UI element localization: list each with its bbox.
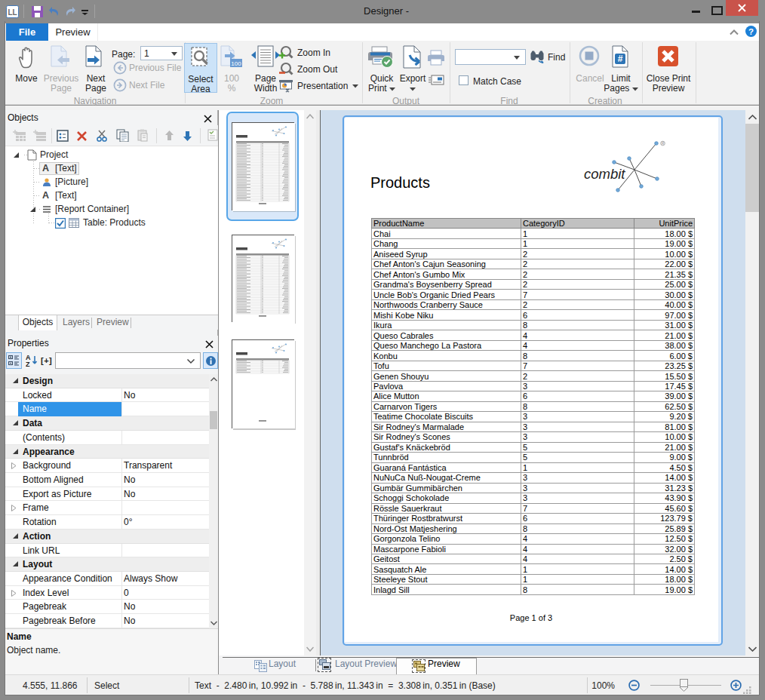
svg-text:combit: combit [584, 166, 625, 182]
svg-text:100: 100 [231, 60, 241, 67]
svg-text:?: ? [748, 27, 754, 36]
svg-text:#: # [618, 54, 623, 64]
svg-text:LL: LL [8, 8, 17, 17]
svg-text:Z: Z [26, 361, 30, 368]
